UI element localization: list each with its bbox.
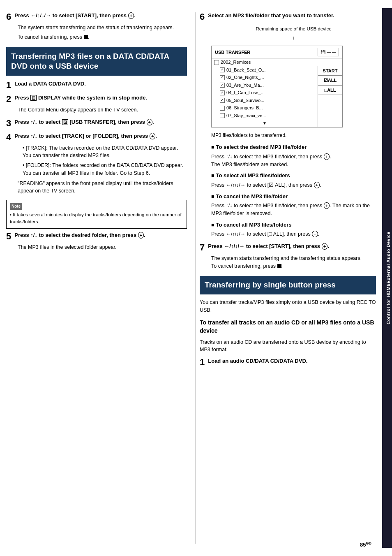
step-2: 2 Press ⊡ DISPLAY while the system is in… — [6, 95, 187, 114]
subsection-heading: To transfer all tracks on an audio CD or… — [200, 319, 376, 335]
right-step-7-title: Press ←/↑/↓/→ to select [START], then pr… — [208, 243, 329, 249]
right-step-7: 7 Press ←/↑/↓/→ to select [START], then … — [200, 243, 376, 270]
cancel-file-heading: ■ To cancel the MP3 file/folder — [211, 192, 376, 201]
step-3: 3 Press ↑/↓ to select ⊡ [USB TRANSFER], … — [6, 119, 187, 128]
cancel-all-text: Press ←/↑/↓/→ to select [□ ALL], then pr… — [211, 230, 376, 238]
track-6: 06_Strangers_B... — [212, 104, 318, 112]
usb-diagram: USB TRANSFER 💾 — — 2002_Remixes — [211, 46, 343, 127]
step-2-body: The Control Menu display appears on the … — [18, 106, 187, 114]
track-6-name: 06_Strangers_B... — [226, 104, 263, 111]
step-1-title: Load a DATA CD/DATA DVD. — [14, 81, 86, 87]
note-area: Note • It takes several minutes to displ… — [6, 200, 187, 229]
remaining-space-label: Remaining space of the USB device — [211, 25, 376, 32]
step-4-header: 4 Press ↑/↓ to select [TRACK] or [FOLDER… — [6, 133, 187, 142]
scroll-arrow: ▼ — [212, 119, 318, 127]
step-2-header: 2 Press ⊡ DISPLAY while the system is in… — [6, 95, 187, 104]
select-desired-text2: The MP3 files/folders are marked. — [211, 161, 376, 169]
track-2-name: 02_One_Nights_... — [226, 74, 264, 81]
cancel-all-heading: ■ To cancel all MP3 files/folders — [211, 221, 376, 229]
sidebar-label: Control for HDMI/External Audio Device — [386, 232, 391, 324]
step-4-bullet2: [FOLDER]: The folders recorded on the DA… — [23, 162, 187, 177]
step-6-top: 6 Press ←/↑/↓/→ to select [START], then … — [6, 12, 187, 41]
note-label: Note — [10, 203, 22, 210]
step-1: 1 Load a DATA CD/DATA DVD. — [6, 81, 187, 90]
right-step-7-number: 7 — [200, 243, 205, 252]
cancel-file-text: Press ↑/↓ to select the MP3 file/folder,… — [211, 202, 376, 218]
section-heading-mp3: Transferring MP3 files on a DATA CD/DATA… — [6, 47, 187, 76]
step-5-title: Press ↑/↓ to select the desired folder, … — [14, 232, 145, 238]
track-5-checkbox: ✓ — [220, 98, 225, 103]
right-step-6-title: Select an MP3 file/folder that you want … — [208, 12, 334, 19]
right-step-6-header: 6 Select an MP3 file/folder that you wan… — [200, 12, 376, 21]
track-1: ✓ 01_Back_Seat_O... — [212, 66, 318, 74]
select-all-text: Press ←/↑/↓/→ to select [☑ ALL], then pr… — [211, 181, 376, 189]
right-step-7-header: 7 Press ←/↑/↓/→ to select [START], then … — [200, 243, 376, 252]
track-2: ✓ 02_One_Nights_... — [212, 74, 318, 81]
usb-diagram-area: Remaining space of the USB device ↓ USB … — [211, 25, 376, 139]
step-2-number: 2 — [6, 95, 11, 104]
step-4-number: 4 — [6, 133, 11, 142]
step-4-reading: "READING" appears in the front panel dis… — [18, 180, 187, 195]
step-6-body1: The system starts transferring and the s… — [18, 24, 187, 32]
subsection-body: Tracks on an audio CD are transferred on… — [200, 338, 376, 354]
step-1-header: 1 Load a DATA CD/DATA DVD. — [6, 81, 187, 90]
step-6-content: The system starts transferring and the s… — [18, 24, 187, 41]
track-3-checkbox: ✓ — [220, 83, 225, 88]
step-2-content: The Control Menu display appears on the … — [18, 106, 187, 114]
usb-body: ✓ 01_Back_Seat_O... ✓ 02_One_Nights_... … — [212, 66, 342, 127]
step-3-header: 3 Press ↑/↓ to select ⊡ [USB TRANSFER], … — [6, 119, 187, 128]
track-6-checkbox — [220, 106, 225, 111]
usb-diagram-header: USB TRANSFER 💾 — — — [212, 46, 342, 58]
step-4: 4 Press ↑/↓ to select [TRACK] or [FOLDER… — [6, 133, 187, 195]
track-5-name: 05_Soul_Survivo... — [226, 97, 264, 104]
track-4-checkbox: ✓ — [220, 90, 225, 95]
all-unchecked-button[interactable]: □ALL — [318, 86, 342, 95]
usb-folder-row: 2002_Remixes — [212, 58, 342, 66]
track-7-checkbox — [220, 113, 225, 118]
single-press-step1: 1 Load an audio CD/DATA CD/DATA DVD. — [200, 358, 376, 367]
track-2-checkbox: ✓ — [220, 75, 225, 80]
step-3-number: 3 — [6, 119, 11, 128]
step-5-header: 5 Press ↑/↓ to select the desired folder… — [6, 232, 187, 241]
start-button[interactable]: START — [318, 66, 342, 76]
single-press-step1-header: 1 Load an audio CD/DATA CD/DATA DVD. — [200, 358, 376, 367]
step-5-number: 5 — [6, 232, 11, 241]
step-5-content: The MP3 files in the selected folder app… — [18, 243, 187, 251]
folder-checkbox — [214, 60, 219, 65]
page-number: 85GB — [360, 541, 371, 548]
all-checked-button[interactable]: ☑ALL — [318, 76, 342, 86]
section2-heading: Transferring by single button press — [200, 276, 376, 294]
select-desired-text1: Press ↑/↓ to select the MP3 file/folder,… — [211, 153, 376, 161]
step-4-bullet1: [TRACK]: The tracks recorded on the DATA… — [23, 144, 187, 160]
track-1-checkbox: ✓ — [220, 67, 225, 72]
single-press-step1-title: Load an audio CD/DATA CD/DATA DVD. — [208, 358, 307, 364]
select-all-heading: ■ To select all MP3 files/folders — [211, 171, 376, 180]
step-6-number: 6 — [6, 12, 11, 21]
sub-instructions: ■ To select the desired MP3 file/folder … — [211, 143, 376, 238]
step-7-body2: To cancel transferring, press . — [211, 262, 376, 270]
track-5: ✓ 05_Soul_Survivo... — [212, 97, 318, 104]
track-4-name: 04_I_Can_Lose_... — [226, 89, 265, 96]
step-7-body1: The system starts transferring and the t… — [211, 255, 376, 262]
usb-storage-indicator: 💾 — — — [318, 48, 339, 56]
right-step-6: 6 Select an MP3 file/folder that you wan… — [200, 12, 376, 21]
storage-value: — — — [327, 49, 336, 55]
track-3-name: 03_Are_You_Ma... — [226, 82, 264, 89]
remaining-arrow: ↓ — [211, 34, 376, 42]
left-column: 6 Press ←/↑/↓/→ to select [START], then … — [6, 12, 195, 544]
step-4-title: Press ↑/↓ to select [TRACK] or [FOLDER],… — [14, 133, 157, 139]
sidebar: Control for HDMI/External Audio Device — [382, 8, 392, 548]
step-6-header: 6 Press ←/↑/↓/→ to select [START], then … — [6, 12, 187, 21]
step-5: 5 Press ↑/↓ to select the desired folder… — [6, 232, 187, 251]
step-2-title: Press ⊡ DISPLAY while the system is in s… — [14, 95, 147, 101]
section2-body: You can transfer tracks/MP3 files simply… — [200, 299, 376, 314]
usb-title: USB TRANSFER — [215, 49, 250, 56]
step-4-content: [TRACK]: The tracks recorded on the DATA… — [18, 144, 187, 195]
folder-name: 2002_Remixes — [221, 59, 251, 66]
step-3-title: Press ↑/↓ to select ⊡ [USB TRANSFER], th… — [14, 119, 154, 125]
usb-tracks: ✓ 01_Back_Seat_O... ✓ 02_One_Nights_... … — [212, 66, 318, 127]
step-5-body: The MP3 files in the selected folder app… — [18, 243, 187, 251]
single-press-step1-number: 1 — [200, 358, 205, 367]
right-column: 6 Select an MP3 file/folder that you wan… — [195, 12, 376, 544]
transfer-note: MP3 files/folders to be transferred. — [211, 132, 376, 139]
